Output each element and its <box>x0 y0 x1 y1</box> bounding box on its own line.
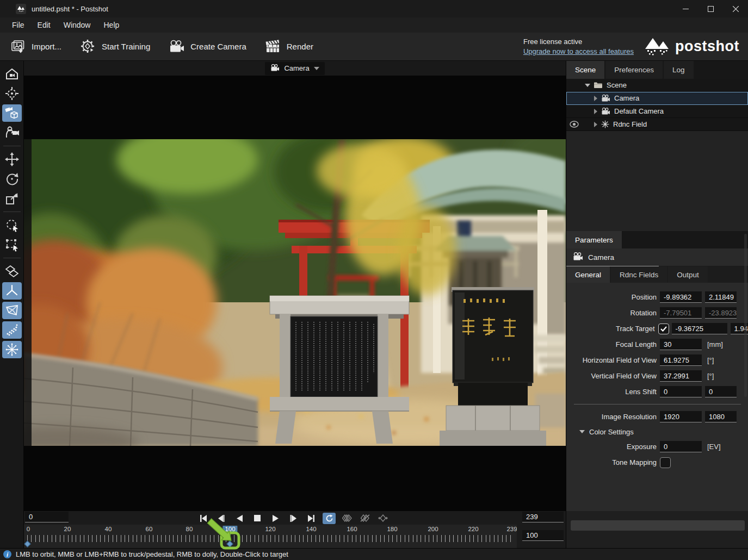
layers-icon[interactable] <box>2 263 22 280</box>
left-tool-column <box>0 61 24 548</box>
menu-help[interactable]: Help <box>97 18 126 32</box>
tab-output[interactable]: Output <box>668 266 708 283</box>
play-icon[interactable] <box>269 513 282 524</box>
box-select-icon[interactable] <box>2 236 22 253</box>
start-training-button[interactable]: Start Training <box>72 34 158 59</box>
color-settings-header[interactable]: Color Settings <box>566 425 748 439</box>
focal-length-field[interactable]: 30 <box>660 339 702 350</box>
home-icon[interactable] <box>2 65 22 83</box>
tab-parameters[interactable]: Parameters <box>566 231 622 248</box>
step-back-icon[interactable] <box>215 513 228 524</box>
play-reverse-icon[interactable] <box>233 513 246 524</box>
camera-icon <box>573 252 583 262</box>
move-icon[interactable] <box>2 151 22 168</box>
image-resolution-row: Image Resolution 1920 1080 <box>566 409 748 425</box>
viewport-3d[interactable]: Camera <box>24 61 566 511</box>
divider <box>3 146 21 146</box>
minimize-icon[interactable] <box>673 0 698 17</box>
tab-general[interactable]: General <box>566 266 610 283</box>
tab-scene[interactable]: Scene <box>566 61 604 79</box>
chevron-right-icon[interactable] <box>594 109 597 114</box>
position-x-field[interactable]: -9.89362 <box>660 291 702 303</box>
current-frame-input[interactable]: 100 <box>522 530 564 541</box>
scene-tree: Scene Camera Default Camera Rdnc Field <box>566 79 748 131</box>
viewport-camera-dropdown[interactable]: Camera <box>265 62 324 75</box>
vfov-unit: [°] <box>705 372 714 380</box>
lens-shift-y-field[interactable]: 0 <box>705 386 737 397</box>
maximize-icon[interactable] <box>698 0 723 17</box>
scale-icon[interactable] <box>2 190 22 207</box>
timeline-ruler[interactable]: 0 20 40 60 80 100 120 140 160 180 200 22… <box>24 525 517 548</box>
vfov-field[interactable]: 37.2991 <box>660 370 702 382</box>
tab-preferences[interactable]: Preferences <box>605 61 663 79</box>
panel-scrollbar[interactable] <box>744 234 747 397</box>
info-icon: i <box>3 550 11 558</box>
circle-select-icon[interactable] <box>2 216 22 234</box>
import-images-icon <box>11 40 26 54</box>
tab-log[interactable]: Log <box>664 61 694 79</box>
tick-label: 40 <box>105 526 112 532</box>
tone-mapping-checkbox[interactable] <box>660 457 671 468</box>
rendered-scene-image[interactable] <box>24 139 566 446</box>
orbit-target-icon[interactable] <box>2 85 22 102</box>
exposure-field[interactable]: 0 <box>660 441 702 452</box>
camera-frustum-icon[interactable] <box>2 302 22 319</box>
eye-visibility-icon[interactable] <box>570 120 579 130</box>
chevron-right-icon[interactable] <box>594 122 597 127</box>
camera-icon <box>601 108 610 115</box>
menu-window[interactable]: Window <box>57 18 97 32</box>
splats-icon[interactable] <box>2 341 22 358</box>
lens-shift-x-field[interactable]: 0 <box>660 386 702 397</box>
onion-range-icon[interactable] <box>376 513 390 524</box>
resolution-height-field[interactable]: 1080 <box>705 411 737 422</box>
camera-icon <box>270 64 280 73</box>
tree-row-rdnc-field[interactable]: Rdnc Field <box>566 118 748 131</box>
render-button[interactable]: Render <box>257 35 321 58</box>
track-target-x-field[interactable]: -9.36725 <box>672 323 727 334</box>
onion-skin-icon[interactable] <box>341 513 354 524</box>
step-forward-icon[interactable] <box>287 513 300 524</box>
postshot-brand: postshot <box>644 35 748 59</box>
exposure-unit: [EV] <box>705 443 721 451</box>
vfov-row: Vertical Field of View 37.2991 [°] <box>566 368 748 384</box>
chevron-down-icon[interactable] <box>585 84 590 87</box>
tree-row-camera[interactable]: Camera <box>566 92 748 105</box>
resolution-width-field[interactable]: 1920 <box>660 411 702 422</box>
training-gear-icon <box>80 39 96 55</box>
upgrade-link[interactable]: Upgrade now to access all features <box>523 47 634 55</box>
loop-icon[interactable] <box>323 513 336 524</box>
brand-name: postshot <box>675 38 739 55</box>
position-y-field[interactable]: 2.11849 <box>705 291 737 303</box>
camera-object-icon[interactable] <box>2 104 22 122</box>
import-button[interactable]: Import... <box>3 35 69 58</box>
close-icon[interactable] <box>723 0 748 17</box>
axes-gizmo-icon[interactable] <box>2 282 22 300</box>
stop-icon[interactable] <box>251 513 264 524</box>
chevron-right-icon[interactable] <box>594 96 597 101</box>
onion-skin-off-icon[interactable] <box>358 513 372 524</box>
create-camera-button[interactable]: Create Camera <box>161 35 254 58</box>
end-frame-input[interactable]: 239 <box>522 512 564 522</box>
menu-edit[interactable]: Edit <box>31 18 57 32</box>
skip-end-icon[interactable] <box>305 513 318 524</box>
movie-camera-icon <box>169 40 185 54</box>
tab-rdnc-fields[interactable]: Rdnc Fields <box>611 266 667 283</box>
tick-label: 220 <box>468 526 478 532</box>
scene-panel-tabs: Scene Preferences Log <box>566 61 748 79</box>
point-cloud-icon[interactable] <box>2 321 22 339</box>
menu-file[interactable]: File <box>5 18 31 32</box>
tree-row-scene[interactable]: Scene <box>566 79 748 92</box>
window-title: untitled.psht * - Postshot <box>32 5 108 13</box>
position-row: Position -9.89362 2.11849 <box>566 289 748 305</box>
divider <box>566 266 659 266</box>
start-frame-input[interactable]: 0 <box>25 512 69 522</box>
tick-label: 140 <box>306 526 316 532</box>
tree-row-default-camera[interactable]: Default Camera <box>566 105 748 118</box>
hfov-field[interactable]: 61.9275 <box>660 354 702 366</box>
fly-camera-icon[interactable] <box>2 124 22 141</box>
viewport-header: Camera <box>24 61 566 76</box>
timeline-labels: 0 20 40 60 80 100 120 140 160 180 200 22… <box>24 526 517 533</box>
rotate-icon[interactable] <box>2 170 22 188</box>
track-target-checkbox[interactable] <box>658 323 669 334</box>
skip-start-icon[interactable] <box>197 513 210 524</box>
